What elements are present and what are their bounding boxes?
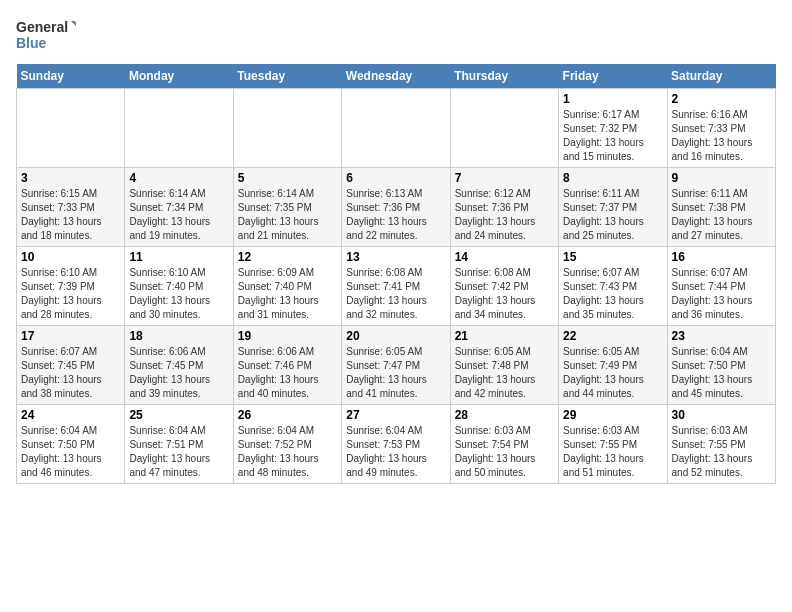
calendar-cell: 18Sunrise: 6:06 AMSunset: 7:45 PMDayligh… bbox=[125, 326, 233, 405]
day-number: 20 bbox=[346, 329, 445, 343]
day-number: 19 bbox=[238, 329, 337, 343]
day-number: 28 bbox=[455, 408, 554, 422]
calendar-cell: 5Sunrise: 6:14 AMSunset: 7:35 PMDaylight… bbox=[233, 168, 341, 247]
day-number: 26 bbox=[238, 408, 337, 422]
calendar-cell bbox=[233, 89, 341, 168]
calendar-header-row: SundayMondayTuesdayWednesdayThursdayFrid… bbox=[17, 64, 776, 89]
day-number: 22 bbox=[563, 329, 662, 343]
day-info: Sunrise: 6:13 AMSunset: 7:36 PMDaylight:… bbox=[346, 187, 445, 243]
col-header-friday: Friday bbox=[559, 64, 667, 89]
calendar-cell: 19Sunrise: 6:06 AMSunset: 7:46 PMDayligh… bbox=[233, 326, 341, 405]
col-header-wednesday: Wednesday bbox=[342, 64, 450, 89]
day-info: Sunrise: 6:05 AMSunset: 7:47 PMDaylight:… bbox=[346, 345, 445, 401]
day-number: 10 bbox=[21, 250, 120, 264]
day-info: Sunrise: 6:15 AMSunset: 7:33 PMDaylight:… bbox=[21, 187, 120, 243]
day-info: Sunrise: 6:03 AMSunset: 7:55 PMDaylight:… bbox=[563, 424, 662, 480]
col-header-sunday: Sunday bbox=[17, 64, 125, 89]
calendar-cell: 20Sunrise: 6:05 AMSunset: 7:47 PMDayligh… bbox=[342, 326, 450, 405]
day-number: 9 bbox=[672, 171, 771, 185]
day-number: 25 bbox=[129, 408, 228, 422]
day-number: 5 bbox=[238, 171, 337, 185]
calendar-cell: 30Sunrise: 6:03 AMSunset: 7:55 PMDayligh… bbox=[667, 405, 775, 484]
day-number: 3 bbox=[21, 171, 120, 185]
calendar-week-1: 1Sunrise: 6:17 AMSunset: 7:32 PMDaylight… bbox=[17, 89, 776, 168]
day-info: Sunrise: 6:07 AMSunset: 7:44 PMDaylight:… bbox=[672, 266, 771, 322]
calendar-cell: 11Sunrise: 6:10 AMSunset: 7:40 PMDayligh… bbox=[125, 247, 233, 326]
calendar-cell: 26Sunrise: 6:04 AMSunset: 7:52 PMDayligh… bbox=[233, 405, 341, 484]
calendar-cell: 17Sunrise: 6:07 AMSunset: 7:45 PMDayligh… bbox=[17, 326, 125, 405]
day-info: Sunrise: 6:04 AMSunset: 7:50 PMDaylight:… bbox=[672, 345, 771, 401]
svg-text:Blue: Blue bbox=[16, 35, 47, 51]
day-number: 29 bbox=[563, 408, 662, 422]
calendar: SundayMondayTuesdayWednesdayThursdayFrid… bbox=[16, 64, 776, 484]
calendar-cell: 13Sunrise: 6:08 AMSunset: 7:41 PMDayligh… bbox=[342, 247, 450, 326]
day-info: Sunrise: 6:03 AMSunset: 7:55 PMDaylight:… bbox=[672, 424, 771, 480]
calendar-cell bbox=[17, 89, 125, 168]
day-info: Sunrise: 6:12 AMSunset: 7:36 PMDaylight:… bbox=[455, 187, 554, 243]
day-info: Sunrise: 6:08 AMSunset: 7:42 PMDaylight:… bbox=[455, 266, 554, 322]
day-number: 4 bbox=[129, 171, 228, 185]
day-info: Sunrise: 6:04 AMSunset: 7:51 PMDaylight:… bbox=[129, 424, 228, 480]
day-info: Sunrise: 6:10 AMSunset: 7:40 PMDaylight:… bbox=[129, 266, 228, 322]
day-info: Sunrise: 6:03 AMSunset: 7:54 PMDaylight:… bbox=[455, 424, 554, 480]
day-number: 11 bbox=[129, 250, 228, 264]
day-info: Sunrise: 6:17 AMSunset: 7:32 PMDaylight:… bbox=[563, 108, 662, 164]
day-number: 14 bbox=[455, 250, 554, 264]
calendar-cell: 24Sunrise: 6:04 AMSunset: 7:50 PMDayligh… bbox=[17, 405, 125, 484]
col-header-tuesday: Tuesday bbox=[233, 64, 341, 89]
calendar-cell: 29Sunrise: 6:03 AMSunset: 7:55 PMDayligh… bbox=[559, 405, 667, 484]
day-info: Sunrise: 6:06 AMSunset: 7:45 PMDaylight:… bbox=[129, 345, 228, 401]
day-number: 17 bbox=[21, 329, 120, 343]
calendar-cell: 14Sunrise: 6:08 AMSunset: 7:42 PMDayligh… bbox=[450, 247, 558, 326]
day-info: Sunrise: 6:07 AMSunset: 7:43 PMDaylight:… bbox=[563, 266, 662, 322]
day-info: Sunrise: 6:07 AMSunset: 7:45 PMDaylight:… bbox=[21, 345, 120, 401]
calendar-cell: 2Sunrise: 6:16 AMSunset: 7:33 PMDaylight… bbox=[667, 89, 775, 168]
calendar-cell: 1Sunrise: 6:17 AMSunset: 7:32 PMDaylight… bbox=[559, 89, 667, 168]
day-number: 27 bbox=[346, 408, 445, 422]
calendar-cell: 15Sunrise: 6:07 AMSunset: 7:43 PMDayligh… bbox=[559, 247, 667, 326]
day-info: Sunrise: 6:05 AMSunset: 7:49 PMDaylight:… bbox=[563, 345, 662, 401]
day-info: Sunrise: 6:08 AMSunset: 7:41 PMDaylight:… bbox=[346, 266, 445, 322]
calendar-cell: 7Sunrise: 6:12 AMSunset: 7:36 PMDaylight… bbox=[450, 168, 558, 247]
day-info: Sunrise: 6:09 AMSunset: 7:40 PMDaylight:… bbox=[238, 266, 337, 322]
calendar-cell bbox=[125, 89, 233, 168]
day-number: 6 bbox=[346, 171, 445, 185]
logo-svg: General Blue bbox=[16, 16, 76, 56]
day-info: Sunrise: 6:11 AMSunset: 7:37 PMDaylight:… bbox=[563, 187, 662, 243]
day-info: Sunrise: 6:14 AMSunset: 7:34 PMDaylight:… bbox=[129, 187, 228, 243]
calendar-cell: 21Sunrise: 6:05 AMSunset: 7:48 PMDayligh… bbox=[450, 326, 558, 405]
svg-text:General: General bbox=[16, 19, 68, 35]
day-number: 16 bbox=[672, 250, 771, 264]
calendar-week-2: 3Sunrise: 6:15 AMSunset: 7:33 PMDaylight… bbox=[17, 168, 776, 247]
calendar-cell: 28Sunrise: 6:03 AMSunset: 7:54 PMDayligh… bbox=[450, 405, 558, 484]
day-number: 18 bbox=[129, 329, 228, 343]
day-info: Sunrise: 6:05 AMSunset: 7:48 PMDaylight:… bbox=[455, 345, 554, 401]
page-header: General Blue bbox=[16, 16, 776, 56]
col-header-saturday: Saturday bbox=[667, 64, 775, 89]
calendar-week-3: 10Sunrise: 6:10 AMSunset: 7:39 PMDayligh… bbox=[17, 247, 776, 326]
col-header-monday: Monday bbox=[125, 64, 233, 89]
day-info: Sunrise: 6:04 AMSunset: 7:50 PMDaylight:… bbox=[21, 424, 120, 480]
day-info: Sunrise: 6:04 AMSunset: 7:53 PMDaylight:… bbox=[346, 424, 445, 480]
calendar-cell: 27Sunrise: 6:04 AMSunset: 7:53 PMDayligh… bbox=[342, 405, 450, 484]
calendar-cell: 23Sunrise: 6:04 AMSunset: 7:50 PMDayligh… bbox=[667, 326, 775, 405]
calendar-cell bbox=[450, 89, 558, 168]
col-header-thursday: Thursday bbox=[450, 64, 558, 89]
day-number: 15 bbox=[563, 250, 662, 264]
calendar-cell bbox=[342, 89, 450, 168]
calendar-cell: 25Sunrise: 6:04 AMSunset: 7:51 PMDayligh… bbox=[125, 405, 233, 484]
day-number: 2 bbox=[672, 92, 771, 106]
calendar-week-4: 17Sunrise: 6:07 AMSunset: 7:45 PMDayligh… bbox=[17, 326, 776, 405]
day-info: Sunrise: 6:10 AMSunset: 7:39 PMDaylight:… bbox=[21, 266, 120, 322]
day-info: Sunrise: 6:16 AMSunset: 7:33 PMDaylight:… bbox=[672, 108, 771, 164]
calendar-cell: 12Sunrise: 6:09 AMSunset: 7:40 PMDayligh… bbox=[233, 247, 341, 326]
day-number: 8 bbox=[563, 171, 662, 185]
calendar-cell: 3Sunrise: 6:15 AMSunset: 7:33 PMDaylight… bbox=[17, 168, 125, 247]
calendar-cell: 16Sunrise: 6:07 AMSunset: 7:44 PMDayligh… bbox=[667, 247, 775, 326]
day-info: Sunrise: 6:11 AMSunset: 7:38 PMDaylight:… bbox=[672, 187, 771, 243]
calendar-cell: 22Sunrise: 6:05 AMSunset: 7:49 PMDayligh… bbox=[559, 326, 667, 405]
day-number: 21 bbox=[455, 329, 554, 343]
logo: General Blue bbox=[16, 16, 76, 56]
day-info: Sunrise: 6:04 AMSunset: 7:52 PMDaylight:… bbox=[238, 424, 337, 480]
day-number: 30 bbox=[672, 408, 771, 422]
